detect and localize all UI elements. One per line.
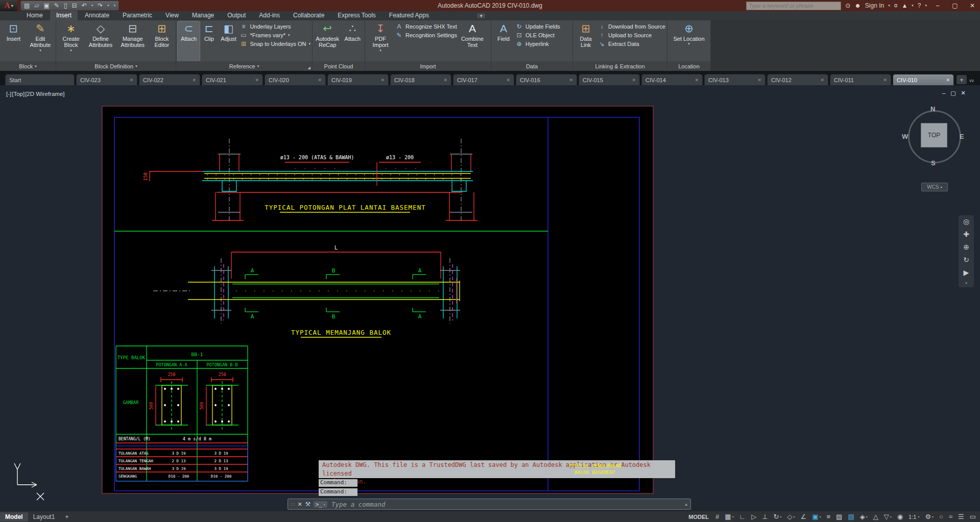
close-tab-icon[interactable]: ✕ [695, 78, 699, 83]
viewport-view-control[interactable]: [Top] [12, 91, 25, 97]
osnap-3d-icon[interactable]: ◈▾ [860, 513, 868, 520]
isometric-drafting-icon[interactable]: ◇▾ [787, 513, 795, 520]
grid-icon[interactable]: # [715, 513, 719, 520]
file-tab-civ-015[interactable]: CIV-015✕ [579, 74, 640, 85]
open-from-web-icon[interactable]: ▯ [64, 2, 67, 9]
close-tab-icon[interactable]: ✕ [757, 78, 761, 83]
redo-caret-icon[interactable]: ▾ [107, 4, 109, 8]
viewcube-north[interactable]: N [930, 105, 935, 113]
snap-mode-icon[interactable]: ▦▾ [725, 513, 733, 520]
close-tab-icon[interactable]: ✕ [946, 78, 950, 83]
panel-caption-import[interactable]: Import [365, 61, 491, 71]
panel-caption-linking[interactable]: Linking & Extraction [573, 61, 667, 71]
close-tab-icon[interactable]: ✕ [883, 78, 887, 83]
tab-manage[interactable]: Manage [186, 11, 220, 20]
file-tab-civ-014[interactable]: CIV-014✕ [641, 74, 703, 85]
sign-in-button[interactable]: Sign In [865, 2, 884, 9]
clip-button[interactable]: ⊏ Clip [201, 21, 218, 61]
tab-annotate[interactable]: Annotate [79, 11, 115, 20]
insert-button[interactable]: ⊡ Insert [2, 21, 26, 61]
window-minimize-icon[interactable]: – [942, 90, 945, 96]
application-menu-button[interactable]: A ▾ [0, 0, 17, 11]
restore-button[interactable]: ▢ [948, 2, 962, 9]
upload-to-source-button[interactable]: ↑ Upload to Source [598, 32, 665, 39]
file-tab-civ-016[interactable]: CIV-016✕ [516, 74, 577, 85]
tab-view[interactable]: View [159, 11, 185, 20]
manage-attributes-button[interactable]: ⊟ Manage Attributes [117, 21, 149, 61]
panel-caption-block[interactable]: Block ▾ [0, 61, 56, 71]
dialog-launcher-icon[interactable]: ◢ [308, 66, 310, 70]
field-button[interactable]: A Field [493, 21, 514, 61]
close-tab-icon[interactable]: ✕ [632, 78, 636, 83]
autodesk-brand-icon[interactable]: ▲ [901, 2, 907, 9]
file-tab-civ-018[interactable]: CIV-018✕ [390, 74, 451, 85]
adjust-button[interactable]: ◧ Adjust [219, 21, 239, 61]
file-tab-civ-017[interactable]: CIV-017✕ [453, 74, 514, 85]
workspace-gear-icon[interactable]: ⚙▾ [925, 513, 934, 520]
close-button[interactable]: ✕ [966, 2, 979, 9]
file-tab-civ-013[interactable]: CIV-013✕ [704, 74, 766, 85]
dynamic-input-icon[interactable]: ▷ [751, 513, 756, 520]
search-binoculars-icon[interactable]: ⊙ [845, 2, 850, 9]
window-close-icon[interactable]: ✕ [961, 90, 966, 96]
command-input[interactable] [330, 500, 682, 509]
ribbon-display-toggle[interactable]: ▾ [477, 13, 486, 18]
recognition-settings-button[interactable]: ✎ Recognition Settings [395, 32, 457, 39]
data-link-button[interactable]: ⊞ Data Link [575, 21, 597, 61]
plot-icon[interactable]: ⊟ [72, 2, 77, 9]
point-cloud-attach-button[interactable]: ∴ Attach [342, 21, 363, 61]
update-fields-button[interactable]: ↻ Update Fields [515, 23, 560, 30]
panel-caption-location[interactable]: Location [667, 61, 710, 71]
snap-to-underlays-dropdown[interactable]: ⊞ Snap to Underlays ON ▾ [240, 40, 310, 47]
undo-caret-icon[interactable]: ▾ [91, 4, 93, 8]
tab-featured-apps[interactable]: Featured Apps [383, 11, 435, 20]
file-tab-civ-023[interactable]: CIV-023✕ [76, 74, 137, 85]
close-tab-icon[interactable]: ✕ [820, 78, 824, 83]
annotation-visibility-icon[interactable]: ◉ [897, 513, 903, 520]
cad-canvas[interactable]: ø13 - 200 (ATAS & BAWAH) ø13 - 200 150 T… [0, 85, 980, 511]
orbit-icon[interactable]: ↻ [963, 256, 969, 264]
redo-icon[interactable]: ↷ [98, 2, 103, 9]
viewcube-south[interactable]: S [931, 159, 936, 167]
model-tab[interactable]: Model [0, 512, 28, 521]
brand-caret-icon[interactable]: ▾ [912, 4, 914, 8]
download-from-source-button[interactable]: ↓ Download from Source [598, 23, 665, 30]
command-history-expand-icon[interactable]: ▴ [685, 502, 687, 507]
polar-tracking-icon[interactable]: ↻▾ [774, 513, 782, 520]
undo-icon[interactable]: ↶ [82, 2, 87, 9]
file-tab-civ-021[interactable]: CIV-021✕ [202, 74, 263, 85]
panel-caption-block-definition[interactable]: Block Definition ▾ [56, 61, 176, 71]
showmotion-icon[interactable]: ▶ [964, 268, 969, 277]
file-tab-civ-010[interactable]: CIV-010✕ [893, 74, 954, 85]
navbar-menu-caret-icon[interactable]: ▾ [965, 281, 967, 285]
minimize-button[interactable]: – [931, 2, 944, 9]
app-store-cart-icon[interactable]: ¤ [894, 2, 898, 9]
extract-data-button[interactable]: ↘ Extract Data [598, 40, 665, 47]
isolate-objects-icon[interactable]: ○ [939, 513, 943, 520]
tab-express-tools[interactable]: Express Tools [331, 11, 381, 20]
file-tab-civ-022[interactable]: CIV-022✕ [139, 74, 200, 85]
tab-overflow-icon[interactable]: ∨∨ [969, 78, 973, 83]
close-tab-icon[interactable]: ✕ [443, 78, 447, 83]
file-tab-civ-020[interactable]: CIV-020✕ [265, 74, 326, 85]
annotation-scale-button[interactable]: 1:1▾ [909, 514, 919, 520]
customize-qat-icon[interactable]: ▾ [114, 4, 116, 8]
file-tab-start[interactable]: Start [5, 74, 75, 85]
osnap-tracking-icon[interactable]: ∠ [801, 513, 807, 520]
file-tab-civ-011[interactable]: CIV-011✕ [830, 74, 891, 85]
drawing-area[interactable]: ø13 - 200 (ATAS & BAWAH) ø13 - 200 150 T… [0, 85, 980, 511]
ortho-mode-icon[interactable]: ⊥ [762, 513, 768, 520]
panel-caption-data[interactable]: Data [491, 61, 572, 71]
block-editor-button[interactable]: ⊞ Block Editor [150, 21, 174, 61]
file-tab-civ-019[interactable]: CIV-019✕ [327, 74, 389, 85]
close-tab-icon[interactable]: ✕ [318, 78, 322, 83]
close-tab-icon[interactable]: ✕ [129, 78, 133, 83]
underlay-layers-button[interactable]: ≡ Underlay Layers [240, 23, 310, 30]
graphics-performance-icon[interactable]: ≈ [949, 513, 952, 520]
create-block-button[interactable]: ∗ Create Block ▾ [58, 21, 84, 61]
wcs-menu[interactable]: WCS ▾ [921, 183, 948, 191]
tab-home[interactable]: Home [20, 11, 49, 20]
transparency-icon[interactable]: ▨ [836, 513, 842, 520]
pdf-import-button[interactable]: ↧ PDF Import ▾ [367, 21, 394, 61]
save-as-icon[interactable]: ✎ [54, 2, 59, 9]
